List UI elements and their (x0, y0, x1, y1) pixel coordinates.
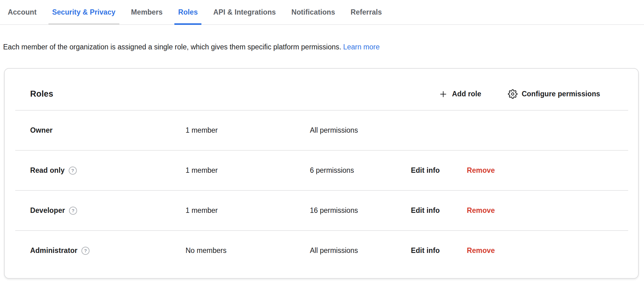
gear-icon (508, 89, 518, 99)
role-name: Administrator (30, 246, 77, 255)
roles-card-header: Roles Add role Configure p (5, 69, 638, 110)
table-row-owner: Owner 1 member All permissions (5, 111, 638, 150)
edit-info-button[interactable]: Edit info (411, 166, 440, 175)
role-member-count: 1 member (186, 126, 310, 135)
tab-referrals[interactable]: Referrals (347, 0, 386, 24)
question-glyph: ? (84, 248, 87, 253)
role-name: Developer (30, 206, 65, 215)
role-permission-count: 6 permissions (310, 166, 411, 175)
question-mark-icon[interactable]: ? (81, 247, 90, 255)
plus-icon (439, 89, 448, 99)
role-permission-count: All permissions (310, 126, 411, 135)
role-name: Read only (30, 166, 65, 175)
roles-description-text: Each member of the organization is assig… (3, 43, 341, 51)
role-member-count: 1 member (186, 206, 310, 215)
edit-info-button[interactable]: Edit info (411, 246, 440, 255)
tab-notifications[interactable]: Notifications (288, 0, 339, 24)
role-member-count: No members (186, 246, 310, 255)
remove-button[interactable]: Remove (467, 246, 495, 255)
question-mark-icon[interactable]: ? (69, 167, 77, 175)
role-name: Owner (30, 126, 53, 135)
tab-members[interactable]: Members (127, 0, 167, 24)
question-glyph: ? (71, 168, 74, 173)
tab-roles[interactable]: Roles (174, 0, 201, 24)
role-name-cell: Administrator ? (30, 246, 186, 255)
question-mark-icon[interactable]: ? (69, 207, 77, 215)
role-name-cell: Owner (30, 126, 186, 135)
settings-tab-bar: Account Security & Privacy Members Roles… (0, 0, 644, 25)
question-glyph: ? (72, 208, 75, 213)
role-member-count: 1 member (186, 166, 310, 175)
tab-api-integrations[interactable]: API & Integrations (209, 0, 279, 24)
role-name-cell: Read only ? (30, 166, 186, 175)
configure-permissions-button[interactable]: Configure permissions (508, 89, 600, 99)
card-header-actions: Add role Configure permissions (439, 89, 600, 99)
table-row-read-only: Read only ? 1 member 6 permissions Edit … (5, 151, 638, 190)
roles-card: Roles Add role Configure p (4, 68, 639, 279)
table-row-administrator: Administrator ? No members All permissio… (5, 231, 638, 270)
card-title: Roles (30, 89, 53, 99)
add-role-label: Add role (452, 90, 481, 98)
add-role-button[interactable]: Add role (439, 89, 481, 99)
remove-button[interactable]: Remove (467, 206, 495, 215)
roles-description: Each member of the organization is assig… (3, 42, 644, 52)
tab-account[interactable]: Account (4, 0, 40, 24)
tab-security-privacy[interactable]: Security & Privacy (48, 0, 119, 24)
learn-more-link[interactable]: Learn more (343, 43, 380, 51)
role-permission-count: 16 permissions (310, 206, 411, 215)
table-row-developer: Developer ? 1 member 16 permissions Edit… (5, 191, 638, 230)
role-name-cell: Developer ? (30, 206, 186, 215)
edit-info-button[interactable]: Edit info (411, 206, 440, 215)
remove-button[interactable]: Remove (467, 166, 495, 175)
configure-permissions-label: Configure permissions (522, 90, 600, 98)
role-permission-count: All permissions (310, 246, 411, 255)
